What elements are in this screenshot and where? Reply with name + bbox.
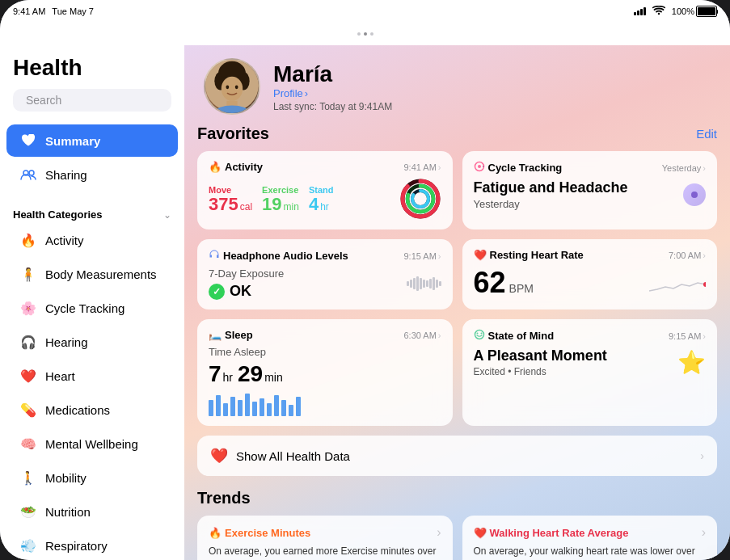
sleep-icon-sm: 🛏️: [209, 329, 222, 341]
sidebar-header: Health: [0, 45, 184, 118]
activity-time: 9:41 AM ›: [403, 162, 441, 172]
mobility-label: Mobility: [45, 471, 87, 485]
sidebar-item-cycle-tracking[interactable]: 🌸 Cycle Tracking: [6, 292, 178, 324]
categories-header: Health Categories ⌄: [0, 199, 184, 224]
sidebar-item-activity[interactable]: 🔥 Activity: [6, 224, 178, 256]
mind-card[interactable]: State of Mind 9:15 AM › A Pleasant Momen…: [462, 319, 718, 426]
walking-hr-trend-card[interactable]: ❤️ Walking Heart Rate Average › On avera…: [462, 516, 718, 560]
medications-icon: 💊: [19, 401, 37, 419]
svg-point-13: [235, 85, 238, 89]
cycle-content: Fatigue and Headache Yesterday: [474, 179, 707, 210]
cycle-card-header: Cycle Tracking Yesterday ›: [474, 161, 707, 175]
svg-point-5: [29, 171, 34, 175]
sidebar-item-heart[interactable]: ❤️ Heart: [6, 360, 178, 392]
mind-icon: [474, 329, 485, 343]
mind-content: A Pleasant Moment Excited • Friends ⭐: [474, 347, 707, 377]
favorites-grid: 🔥 Activity 9:41 AM › Move: [197, 151, 717, 426]
nutrition-label: Nutrition: [45, 505, 91, 519]
profile-header: María Profile › Last sync: Today at 9:41…: [184, 45, 730, 124]
chevron-right-icon: ›: [305, 87, 308, 99]
heart-rate-value: 62 BPM: [474, 266, 534, 300]
walking-hr-desc: On average, your walking heart rate was …: [474, 545, 707, 560]
profile-link[interactable]: Profile ›: [273, 87, 392, 99]
walking-hr-chevron: ›: [702, 525, 706, 540]
sidebar-nav: Summary Sharing: [0, 118, 184, 199]
trends-grid: 🔥 Exercise Minutes › On average, you ear…: [197, 516, 717, 560]
nutrition-icon: 🥗: [19, 503, 37, 520]
star-icon: ⭐: [677, 349, 706, 376]
dot: [364, 32, 367, 36]
sidebar-item-respiratory[interactable]: 💨 Respiratory: [6, 529, 178, 560]
sleep-card-title: 🛏️ Sleep: [209, 329, 253, 341]
respiratory-icon: 💨: [19, 537, 37, 554]
svg-point-12: [226, 85, 229, 89]
sleep-card[interactable]: 🛏️ Sleep 6:30 AM › Time Asleep 7: [197, 319, 453, 426]
heart-trend-icon: ❤️: [474, 527, 487, 539]
sleep-content: Time Asleep 7 hr 29 min: [209, 346, 441, 416]
heart-icon: [19, 132, 37, 149]
sidebar-item-summary[interactable]: Summary: [6, 124, 178, 157]
activity-card[interactable]: 🔥 Activity 9:41 AM › Move: [197, 151, 453, 229]
svg-point-26: [475, 331, 483, 339]
move-metric: Move 375 cal: [209, 185, 252, 213]
sidebar-item-hearing[interactable]: 🎧 Hearing: [6, 326, 178, 358]
sidebar: Health: [0, 45, 184, 560]
heart-label: Heart: [45, 369, 75, 383]
heart-icon-sm: ❤️: [474, 249, 487, 261]
app-body: Health: [0, 45, 730, 560]
dot: [357, 32, 361, 36]
search-input[interactable]: [26, 94, 167, 107]
headphone-card-header: Headphone Audio Levels 9:15 AM ›: [209, 249, 441, 263]
headphone-time: 9:15 AM ›: [403, 251, 441, 261]
activity-icon: 🔥: [19, 231, 37, 249]
svg-point-24: [483, 166, 484, 167]
body-measurements-label: Body Measurements: [45, 267, 157, 281]
sidebar-item-mental-wellbeing[interactable]: 🧠 Mental Wellbeing: [6, 427, 178, 460]
activity-card-header: 🔥 Activity 9:41 AM ›: [209, 161, 441, 173]
sidebar-item-sharing[interactable]: Sharing: [6, 158, 178, 191]
sidebar-item-nutrition[interactable]: 🥗 Nutrition: [6, 495, 178, 528]
sidebar-item-body-measurements[interactable]: 🧍 Body Measurements: [6, 258, 178, 290]
heart-rate-card[interactable]: ❤️ Resting Heart Rate 7:00 AM › 62: [462, 239, 718, 309]
headphone-icon: [209, 249, 220, 263]
mind-card-title: State of Mind: [474, 329, 555, 343]
category-list: 🔥 Activity 🧍 Body Measurements 🌸 Cycle T…: [0, 224, 184, 560]
hearing-icon: 🎧: [19, 333, 37, 351]
cycle-card-title: Cycle Tracking: [474, 161, 563, 175]
chevron-down-icon: ⌄: [163, 209, 171, 221]
cycle-icon-sm: [474, 161, 485, 175]
walking-hr-trend-title: ❤️ Walking Heart Rate Average: [474, 527, 629, 539]
edit-button[interactable]: Edit: [696, 127, 717, 141]
content-area: Favorites Edit 🔥 Activity 9:41 AM: [184, 124, 730, 560]
categories-title: Health Categories: [13, 208, 103, 221]
svg-point-11: [222, 77, 243, 101]
exercise-trend-chevron: ›: [437, 525, 441, 540]
cycle-card[interactable]: Cycle Tracking Yesterday › Fatigue and H…: [462, 151, 718, 229]
activity-metrics-row: Move 375 cal Exercise 19: [209, 178, 441, 220]
heart-cat-icon: ❤️: [19, 367, 37, 385]
heart-mini-chart: [649, 267, 706, 299]
cycle-dot-indicator: [683, 183, 706, 206]
mind-time: 9:15 AM ›: [669, 331, 706, 341]
sidebar-item-mobility[interactable]: 🚶 Mobility: [6, 461, 178, 494]
exercise-trend-card[interactable]: 🔥 Exercise Minutes › On average, you ear…: [197, 516, 453, 560]
svg-point-27: [476, 333, 478, 335]
favorites-header: Favorites Edit: [197, 124, 717, 143]
headphone-content: 7-Day Exposure ✓ OK: [209, 267, 441, 300]
activity-metrics: Move 375 cal Exercise 19: [209, 185, 333, 213]
sleep-bar-chart: [209, 392, 441, 416]
exercise-trend-title: 🔥 Exercise Minutes: [209, 527, 310, 539]
medications-label: Medications: [45, 403, 110, 417]
main-content: María Profile › Last sync: Today at 9:41…: [184, 45, 730, 560]
headphone-waveform: [407, 274, 441, 293]
sidebar-item-medications[interactable]: 💊 Medications: [6, 394, 178, 426]
show-all-health-button[interactable]: ❤️ Show All Health Data ›: [197, 436, 717, 476]
headphone-card-title: Headphone Audio Levels: [209, 249, 348, 263]
mental-label: Mental Wellbeing: [45, 437, 138, 451]
headphone-card[interactable]: Headphone Audio Levels 9:15 AM › 7-Day E…: [197, 239, 453, 309]
ok-status: ✓ OK: [209, 283, 284, 300]
cycle-time: Yesterday ›: [662, 163, 706, 173]
exercise-trend-header: 🔥 Exercise Minutes ›: [209, 525, 441, 540]
search-bar[interactable]: [13, 89, 171, 112]
ipad-frame: 9:41 AM Tue May 7 100%: [0, 0, 730, 560]
